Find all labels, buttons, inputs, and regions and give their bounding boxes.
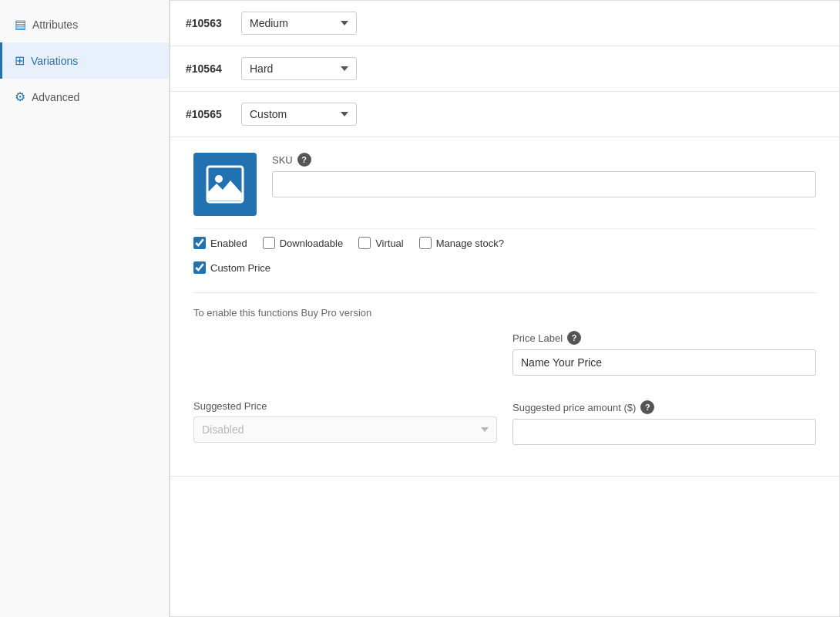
sidebar: ▤ Attributes ⊞ Variations ⚙ Advanced — [0, 0, 170, 617]
sidebar-label-advanced: Advanced — [32, 91, 79, 103]
virtual-checkbox[interactable]: Virtual — [358, 237, 404, 249]
price-fields-grid: Price Label ? — [193, 331, 816, 388]
variation-id-10565: #10565 — [186, 108, 232, 120]
svg-point-1 — [215, 175, 223, 183]
custom-price-section: To enable this functions Buy Pro version… — [193, 304, 816, 457]
price-label-input[interactable] — [512, 349, 816, 376]
virtual-label: Virtual — [375, 238, 404, 249]
downloadable-checkbox[interactable]: Downloadable — [263, 237, 343, 249]
variation-image[interactable] — [193, 153, 257, 216]
sidebar-item-attributes[interactable]: ▤ Attributes — [0, 6, 169, 42]
divider — [193, 292, 816, 293]
panel-top: SKU ? — [193, 153, 816, 216]
suggested-price-amount-label: Suggested price amount ($) — [512, 402, 636, 413]
gear-icon: ⚙ — [15, 89, 25, 104]
table-icon: ▤ — [15, 17, 26, 32]
suggested-price-label-row: Suggested Price — [193, 400, 497, 412]
sidebar-label-variations: Variations — [31, 55, 78, 67]
suggested-price-label: Suggested Price — [193, 400, 267, 412]
checkboxes-row: Enabled Downloadable Virtual Manage stoc… — [193, 228, 816, 257]
downloadable-label: Downloadable — [280, 238, 343, 249]
sku-help-icon[interactable]: ? — [297, 153, 311, 167]
variation-select-10564[interactable]: Medium Hard Custom — [241, 57, 357, 80]
manage-stock-label: Manage stock? — [436, 238, 504, 249]
suggested-price-amount-input[interactable] — [512, 419, 816, 445]
custom-price-label: Custom Price — [210, 262, 270, 274]
sku-section: SKU ? — [272, 153, 816, 210]
sku-label-row: SKU ? — [272, 153, 816, 167]
custom-price-checkbox[interactable]: Custom Price — [193, 261, 270, 274]
price-label-field-group: Price Label ? — [512, 331, 816, 376]
grid-icon: ⊞ — [15, 53, 25, 68]
left-placeholder — [193, 331, 497, 388]
sku-label: SKU — [272, 154, 293, 166]
manage-stock-checkbox[interactable]: Manage stock? — [419, 237, 504, 249]
variation-select-10565[interactable]: Medium Hard Custom — [241, 103, 357, 126]
price-label-label-row: Price Label ? — [512, 331, 816, 345]
pro-notice: To enable this functions Buy Pro version — [193, 307, 816, 319]
sidebar-label-attributes: Attributes — [32, 19, 78, 31]
price-label-label: Price Label — [512, 332, 563, 344]
suggested-price-amount-field-group: Suggested price amount ($) ? — [512, 400, 816, 445]
suggested-price-field-group: Suggested Price Disabled — [193, 400, 497, 445]
variation-select-10563[interactable]: Medium Hard Custom — [241, 12, 357, 35]
sku-field-group: SKU ? — [272, 153, 816, 197]
main-content: #10563 Medium Hard Custom #10564 Medium … — [170, 0, 840, 617]
enabled-checkbox[interactable]: Enabled — [193, 237, 247, 249]
sidebar-item-variations[interactable]: ⊞ Variations — [0, 42, 169, 79]
variation-row-10565: #10565 Medium Hard Custom — [170, 92, 839, 137]
enabled-label: Enabled — [210, 238, 247, 249]
suggested-price-amount-help-icon[interactable]: ? — [640, 400, 654, 414]
variation-id-10563: #10563 — [186, 17, 232, 29]
sidebar-item-advanced[interactable]: ⚙ Advanced — [0, 79, 169, 115]
price-label-help-icon[interactable]: ? — [567, 331, 581, 345]
custom-price-row: Custom Price — [193, 257, 816, 282]
variation-row-10563: #10563 Medium Hard Custom — [170, 1, 839, 46]
suggested-price-select[interactable]: Disabled — [193, 416, 497, 443]
variation-row-10564: #10564 Medium Hard Custom — [170, 46, 839, 92]
variation-id-10564: #10564 — [186, 62, 232, 75]
sku-input[interactable] — [272, 171, 816, 197]
suggested-price-grid: Suggested Price Disabled Suggested price… — [193, 400, 816, 457]
variation-panel-10565: SKU ? Enabled Downloadable Virtual — [170, 137, 839, 477]
suggested-price-amount-label-row: Suggested price amount ($) ? — [512, 400, 816, 414]
